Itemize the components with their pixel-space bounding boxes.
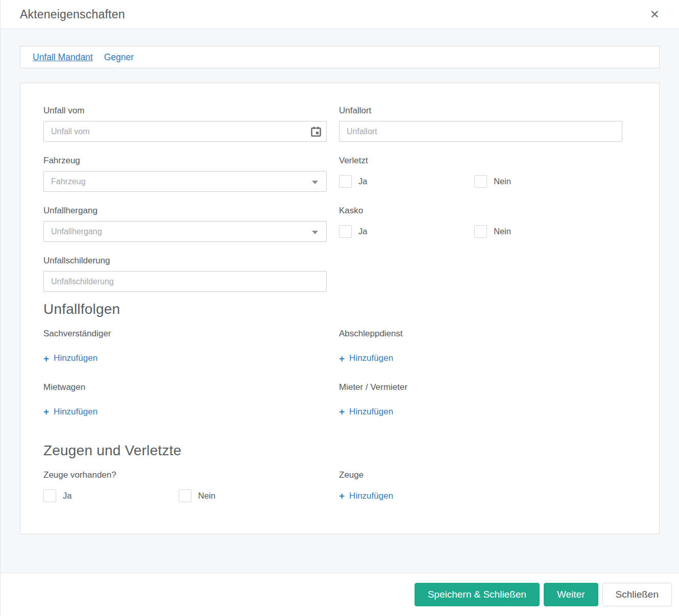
kasko-nein-label: Nein	[494, 227, 511, 236]
add-link-label: Hinzufügen	[54, 353, 98, 363]
sachverstaendiger-add-link[interactable]: + Hinzufügen	[43, 353, 98, 363]
next-button[interactable]: Weiter	[544, 583, 598, 606]
save-and-close-button[interactable]: Speichern & Schließen	[415, 583, 540, 606]
close-icon[interactable]: ✕	[646, 7, 664, 22]
add-link-label: Hinzufügen	[349, 407, 393, 417]
kasko-ja-option[interactable]: Ja	[339, 225, 474, 238]
kasko-nein-option[interactable]: Nein	[474, 225, 610, 238]
zeuge-vorhanden-nein-checkbox[interactable]	[179, 489, 191, 502]
add-link-label: Hinzufügen	[349, 353, 393, 363]
fahrzeug-label: Fahrzeug	[43, 156, 327, 166]
kasko-ja-label: Ja	[358, 227, 367, 236]
mieter-vermieter-label: Mieter / Vermieter	[339, 382, 622, 392]
zeuge-vorhanden-ja-checkbox[interactable]	[43, 489, 56, 502]
abschleppdienst-label: Abschleppdienst	[339, 329, 622, 339]
unfall-vom-input[interactable]	[43, 121, 327, 142]
plus-icon: +	[339, 491, 345, 501]
tab-bar: Unfall Mandant Gegner	[20, 46, 660, 68]
tab-unfall-mandant[interactable]: Unfall Mandant	[33, 52, 93, 63]
verletzt-ja-option[interactable]: Ja	[339, 175, 474, 188]
kasko-label: Kasko	[339, 206, 622, 216]
fahrzeug-select[interactable]: Fahrzeug	[43, 171, 327, 192]
unfall-vom-label: Unfall vom	[43, 106, 327, 116]
fahrzeug-select-placeholder: Fahrzeug	[51, 177, 86, 186]
plus-icon: +	[339, 354, 345, 363]
unfallschilderung-input[interactable]	[43, 271, 327, 292]
zeuge-vorhanden-label: Zeuge vorhanden?	[43, 470, 327, 480]
abschleppdienst-add-link[interactable]: + Hinzufügen	[339, 353, 393, 363]
plus-icon: +	[339, 407, 345, 416]
unfallschilderung-label: Unfallschilderung	[43, 256, 327, 266]
zeuge-vorhanden-nein-option[interactable]: Nein	[179, 489, 314, 502]
add-link-label: Hinzufügen	[54, 407, 98, 417]
mietwagen-add-link[interactable]: + Hinzufügen	[43, 407, 98, 417]
sachverstaendiger-label: Sachverständiger	[43, 329, 327, 339]
verletzt-nein-label: Nein	[494, 177, 511, 186]
verletzt-ja-label: Ja	[358, 177, 367, 186]
add-link-label: Hinzufügen	[349, 491, 393, 501]
verletzt-ja-checkbox[interactable]	[339, 175, 352, 188]
chevron-down-icon	[312, 231, 318, 234]
zeuge-add-link[interactable]: + Hinzufügen	[339, 491, 393, 501]
verletzt-nein-option[interactable]: Nein	[474, 175, 610, 188]
calendar-icon[interactable]	[309, 125, 323, 138]
dialog-header: Akteneigenschaften ✕	[1, 0, 679, 29]
unfallfolgen-heading: Unfallfolgen	[43, 301, 636, 317]
mieter-vermieter-add-link[interactable]: + Hinzufügen	[339, 407, 393, 417]
unfallhergang-select-placeholder: Unfallhergang	[51, 227, 102, 236]
chevron-down-icon	[312, 181, 318, 184]
unfallort-label: Unfallort	[339, 106, 622, 116]
zeuge-vorhanden-ja-option[interactable]: Ja	[43, 489, 179, 502]
verletzt-label: Verletzt	[339, 156, 622, 166]
dialog-footer: Speichern & Schließen Weiter Schließen	[1, 573, 679, 616]
zeuge-vorhanden-ja-label: Ja	[63, 491, 71, 501]
kasko-ja-checkbox[interactable]	[339, 225, 352, 238]
dialog-title: Akteneigenschaften	[20, 8, 125, 21]
zeuge-label: Zeuge	[339, 470, 622, 480]
plus-icon: +	[43, 354, 49, 363]
tab-gegner[interactable]: Gegner	[104, 52, 134, 63]
zeuge-vorhanden-nein-label: Nein	[198, 491, 215, 501]
plus-icon: +	[43, 407, 49, 416]
close-button[interactable]: Schließen	[602, 583, 672, 606]
verletzt-nein-checkbox[interactable]	[474, 175, 487, 188]
mietwagen-label: Mietwagen	[43, 382, 327, 392]
unfallhergang-select[interactable]: Unfallhergang	[43, 221, 327, 242]
unfallhergang-label: Unfallhergang	[43, 206, 327, 216]
unfallort-input[interactable]	[339, 121, 622, 142]
zeugen-heading: Zeugen und Verletzte	[43, 442, 636, 459]
form-panel: Unfall vom Unfallort	[20, 83, 660, 534]
kasko-nein-checkbox[interactable]	[474, 225, 487, 238]
